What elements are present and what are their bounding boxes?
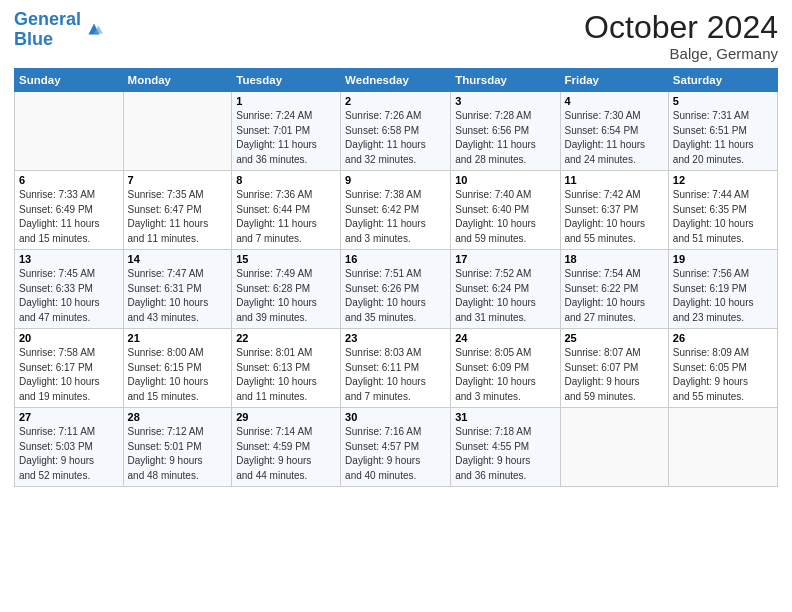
day-info: Sunrise: 7:47 AM Sunset: 6:31 PM Dayligh… — [128, 267, 228, 325]
day-number: 30 — [345, 411, 446, 423]
calendar-cell: 10Sunrise: 7:40 AM Sunset: 6:40 PM Dayli… — [451, 171, 560, 250]
day-number: 25 — [565, 332, 664, 344]
day-number: 17 — [455, 253, 555, 265]
day-number: 5 — [673, 95, 773, 107]
weekday-header-monday: Monday — [123, 69, 232, 92]
logo-general: General — [14, 9, 81, 29]
calendar-cell: 1Sunrise: 7:24 AM Sunset: 7:01 PM Daylig… — [232, 92, 341, 171]
day-number: 18 — [565, 253, 664, 265]
calendar-cell: 19Sunrise: 7:56 AM Sunset: 6:19 PM Dayli… — [668, 250, 777, 329]
logo-icon — [83, 18, 105, 40]
month-title: October 2024 — [584, 10, 778, 45]
calendar-cell: 17Sunrise: 7:52 AM Sunset: 6:24 PM Dayli… — [451, 250, 560, 329]
day-info: Sunrise: 7:54 AM Sunset: 6:22 PM Dayligh… — [565, 267, 664, 325]
day-number: 10 — [455, 174, 555, 186]
calendar-cell — [123, 92, 232, 171]
day-info: Sunrise: 8:01 AM Sunset: 6:13 PM Dayligh… — [236, 346, 336, 404]
day-info: Sunrise: 7:42 AM Sunset: 6:37 PM Dayligh… — [565, 188, 664, 246]
week-row-1: 1Sunrise: 7:24 AM Sunset: 7:01 PM Daylig… — [15, 92, 778, 171]
day-info: Sunrise: 7:45 AM Sunset: 6:33 PM Dayligh… — [19, 267, 119, 325]
day-info: Sunrise: 7:38 AM Sunset: 6:42 PM Dayligh… — [345, 188, 446, 246]
day-info: Sunrise: 7:26 AM Sunset: 6:58 PM Dayligh… — [345, 109, 446, 167]
day-number: 2 — [345, 95, 446, 107]
day-info: Sunrise: 8:05 AM Sunset: 6:09 PM Dayligh… — [455, 346, 555, 404]
day-number: 4 — [565, 95, 664, 107]
day-number: 14 — [128, 253, 228, 265]
weekday-header-sunday: Sunday — [15, 69, 124, 92]
day-info: Sunrise: 7:52 AM Sunset: 6:24 PM Dayligh… — [455, 267, 555, 325]
day-info: Sunrise: 7:49 AM Sunset: 6:28 PM Dayligh… — [236, 267, 336, 325]
calendar-cell: 4Sunrise: 7:30 AM Sunset: 6:54 PM Daylig… — [560, 92, 668, 171]
day-info: Sunrise: 8:00 AM Sunset: 6:15 PM Dayligh… — [128, 346, 228, 404]
day-number: 1 — [236, 95, 336, 107]
day-number: 12 — [673, 174, 773, 186]
calendar-cell: 23Sunrise: 8:03 AM Sunset: 6:11 PM Dayli… — [341, 329, 451, 408]
day-number: 13 — [19, 253, 119, 265]
calendar-cell: 15Sunrise: 7:49 AM Sunset: 6:28 PM Dayli… — [232, 250, 341, 329]
day-info: Sunrise: 7:58 AM Sunset: 6:17 PM Dayligh… — [19, 346, 119, 404]
day-info: Sunrise: 7:28 AM Sunset: 6:56 PM Dayligh… — [455, 109, 555, 167]
calendar-cell: 29Sunrise: 7:14 AM Sunset: 4:59 PM Dayli… — [232, 408, 341, 487]
day-number: 15 — [236, 253, 336, 265]
day-number: 11 — [565, 174, 664, 186]
calendar-cell: 28Sunrise: 7:12 AM Sunset: 5:01 PM Dayli… — [123, 408, 232, 487]
calendar-cell: 30Sunrise: 7:16 AM Sunset: 4:57 PM Dayli… — [341, 408, 451, 487]
weekday-header-row: SundayMondayTuesdayWednesdayThursdayFrid… — [15, 69, 778, 92]
calendar-cell: 24Sunrise: 8:05 AM Sunset: 6:09 PM Dayli… — [451, 329, 560, 408]
calendar-table: SundayMondayTuesdayWednesdayThursdayFrid… — [14, 68, 778, 487]
day-info: Sunrise: 7:12 AM Sunset: 5:01 PM Dayligh… — [128, 425, 228, 483]
day-info: Sunrise: 7:11 AM Sunset: 5:03 PM Dayligh… — [19, 425, 119, 483]
day-info: Sunrise: 7:33 AM Sunset: 6:49 PM Dayligh… — [19, 188, 119, 246]
day-info: Sunrise: 7:35 AM Sunset: 6:47 PM Dayligh… — [128, 188, 228, 246]
logo: General Blue — [14, 10, 105, 50]
logo-blue: Blue — [14, 29, 53, 49]
day-number: 16 — [345, 253, 446, 265]
day-info: Sunrise: 7:16 AM Sunset: 4:57 PM Dayligh… — [345, 425, 446, 483]
day-number: 7 — [128, 174, 228, 186]
calendar-cell: 6Sunrise: 7:33 AM Sunset: 6:49 PM Daylig… — [15, 171, 124, 250]
calendar-cell: 3Sunrise: 7:28 AM Sunset: 6:56 PM Daylig… — [451, 92, 560, 171]
location: Balge, Germany — [584, 45, 778, 62]
day-number: 28 — [128, 411, 228, 423]
day-info: Sunrise: 7:40 AM Sunset: 6:40 PM Dayligh… — [455, 188, 555, 246]
calendar-cell: 13Sunrise: 7:45 AM Sunset: 6:33 PM Dayli… — [15, 250, 124, 329]
calendar-cell: 14Sunrise: 7:47 AM Sunset: 6:31 PM Dayli… — [123, 250, 232, 329]
calendar-cell — [560, 408, 668, 487]
title-block: October 2024 Balge, Germany — [584, 10, 778, 62]
week-row-2: 6Sunrise: 7:33 AM Sunset: 6:49 PM Daylig… — [15, 171, 778, 250]
day-number: 26 — [673, 332, 773, 344]
calendar-cell — [668, 408, 777, 487]
calendar-cell: 25Sunrise: 8:07 AM Sunset: 6:07 PM Dayli… — [560, 329, 668, 408]
day-number: 21 — [128, 332, 228, 344]
weekday-header-tuesday: Tuesday — [232, 69, 341, 92]
week-row-3: 13Sunrise: 7:45 AM Sunset: 6:33 PM Dayli… — [15, 250, 778, 329]
calendar-cell: 2Sunrise: 7:26 AM Sunset: 6:58 PM Daylig… — [341, 92, 451, 171]
calendar-cell: 7Sunrise: 7:35 AM Sunset: 6:47 PM Daylig… — [123, 171, 232, 250]
calendar-cell: 8Sunrise: 7:36 AM Sunset: 6:44 PM Daylig… — [232, 171, 341, 250]
day-info: Sunrise: 7:56 AM Sunset: 6:19 PM Dayligh… — [673, 267, 773, 325]
calendar-cell: 21Sunrise: 8:00 AM Sunset: 6:15 PM Dayli… — [123, 329, 232, 408]
weekday-header-thursday: Thursday — [451, 69, 560, 92]
day-number: 6 — [19, 174, 119, 186]
calendar-page: General Blue October 2024 Balge, Germany… — [0, 0, 792, 612]
calendar-cell: 16Sunrise: 7:51 AM Sunset: 6:26 PM Dayli… — [341, 250, 451, 329]
day-number: 23 — [345, 332, 446, 344]
day-number: 3 — [455, 95, 555, 107]
logo-text: General Blue — [14, 10, 81, 50]
day-info: Sunrise: 7:31 AM Sunset: 6:51 PM Dayligh… — [673, 109, 773, 167]
calendar-cell: 22Sunrise: 8:01 AM Sunset: 6:13 PM Dayli… — [232, 329, 341, 408]
day-number: 24 — [455, 332, 555, 344]
calendar-cell: 12Sunrise: 7:44 AM Sunset: 6:35 PM Dayli… — [668, 171, 777, 250]
day-number: 27 — [19, 411, 119, 423]
day-info: Sunrise: 8:07 AM Sunset: 6:07 PM Dayligh… — [565, 346, 664, 404]
header: General Blue October 2024 Balge, Germany — [14, 10, 778, 62]
day-info: Sunrise: 7:18 AM Sunset: 4:55 PM Dayligh… — [455, 425, 555, 483]
week-row-5: 27Sunrise: 7:11 AM Sunset: 5:03 PM Dayli… — [15, 408, 778, 487]
weekday-header-friday: Friday — [560, 69, 668, 92]
week-row-4: 20Sunrise: 7:58 AM Sunset: 6:17 PM Dayli… — [15, 329, 778, 408]
weekday-header-saturday: Saturday — [668, 69, 777, 92]
day-number: 29 — [236, 411, 336, 423]
calendar-cell — [15, 92, 124, 171]
day-number: 22 — [236, 332, 336, 344]
calendar-cell: 20Sunrise: 7:58 AM Sunset: 6:17 PM Dayli… — [15, 329, 124, 408]
